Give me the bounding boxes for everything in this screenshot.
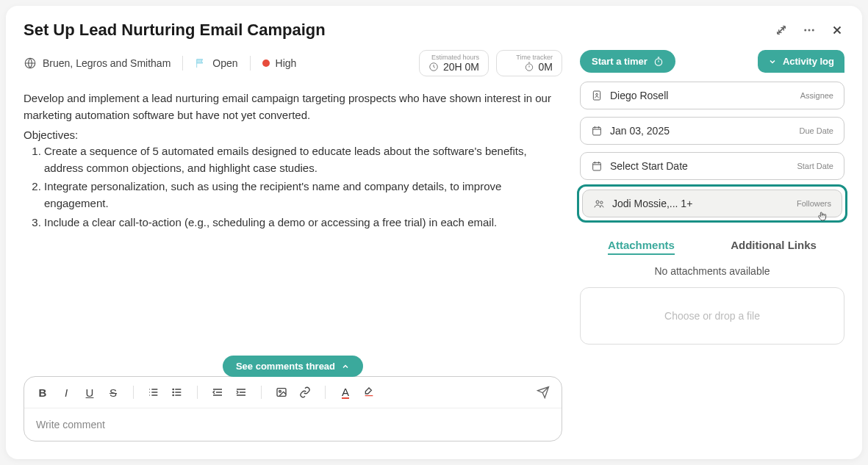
estimated-value: 20H 0M [443,61,479,73]
start-date-field[interactable]: Select Start Date Start Date [580,152,844,180]
svg-point-8 [173,394,173,395]
objectives-list: Create a sequence of 5 automated emails … [24,143,562,232]
unordered-list-button[interactable] [169,384,185,400]
due-date-field[interactable]: Jan 03, 2025 Due Date [580,117,844,145]
chevron-down-icon [768,57,777,66]
company-chip[interactable]: Bruen, Legros and Smitham [24,57,171,70]
meta-row: Bruen, Legros and Smitham Open High Esti… [24,50,562,76]
flag-icon [195,57,207,69]
no-attachments-text: No attachments available [580,265,844,277]
tab-attachments[interactable]: Attachments [608,239,675,255]
objective-item: Create a sequence of 5 automated emails … [44,143,562,177]
cursor-hand-icon [817,210,828,224]
svg-point-16 [596,201,599,203]
svg-point-7 [173,392,173,392]
expand-icon[interactable] [774,23,789,37]
calendar-icon [591,125,603,137]
priority-chip[interactable]: High [262,57,297,69]
svg-point-6 [173,389,173,389]
task-description: Develop and implement a lead nurturing e… [24,90,562,124]
assignee-field[interactable]: Diego Rosell Assignee [580,82,844,109]
due-date-label: Due Date [800,126,833,135]
link-button[interactable] [297,384,313,400]
assignee-label: Assignee [800,91,833,100]
activity-log-button[interactable]: Activity log [758,50,844,73]
status-chip[interactable]: Open [195,57,237,69]
header-actions [774,23,844,37]
priority-value: High [276,57,297,69]
stopwatch-icon [524,62,534,72]
close-icon[interactable] [830,23,844,37]
followers-value: Jodi Mossie,... 1+ [612,198,692,209]
underline-button[interactable]: U [82,384,98,400]
status-value: Open [212,57,237,69]
tracker-label: Time tracker [516,54,553,61]
estimated-hours-box[interactable]: Estimated hours 20H 0M [419,50,489,76]
company-name: Bruen, Legros and Smitham [43,57,171,69]
comment-input[interactable]: Write comment [24,408,562,441]
chevron-up-icon [341,362,350,371]
followers-highlight: Jodi Mossie,... 1+ Followers [577,184,847,223]
comments-section: See comments thread B I U S [24,356,562,441]
bold-button[interactable]: B [35,384,51,400]
indent-button[interactable] [233,384,249,400]
task-title: Set Up Lead Nurturing Email Campaign [24,21,326,40]
outdent-button[interactable] [209,384,226,400]
tracker-value: 0M [539,61,553,73]
priority-dot-icon [262,60,270,67]
highlight-button[interactable] [361,384,377,400]
start-date-label: Start Date [797,162,833,170]
svg-rect-14 [593,127,601,135]
svg-point-0 [804,29,806,32]
due-date-value: Jan 03, 2025 [610,125,670,137]
people-icon [593,198,605,209]
start-date-value: Select Start Date [610,160,688,172]
ordered-list-button[interactable] [146,384,162,400]
send-icon [537,386,550,399]
see-comments-button[interactable]: See comments thread [223,356,363,377]
svg-point-1 [808,29,811,32]
svg-point-2 [812,29,814,32]
estimated-label: Estimated hours [431,54,479,61]
svg-rect-15 [593,162,601,170]
italic-button[interactable]: I [58,384,74,400]
comment-toolbar: B I U S [24,377,562,408]
objective-item: Include a clear call-to-action (e.g., sc… [44,214,562,231]
tab-additional-links[interactable]: Additional Links [731,239,817,255]
timer-icon [653,57,664,67]
svg-point-17 [600,201,603,203]
person-icon [591,90,603,101]
more-icon[interactable] [802,23,817,37]
objective-item: Integrate personalization, such as using… [44,178,562,212]
svg-point-10 [279,390,281,392]
send-button[interactable] [535,384,551,400]
calendar-icon [591,160,603,172]
objectives-title: Objectives: [24,129,562,141]
file-dropzone[interactable]: Choose or drop a file [580,287,844,345]
svg-point-13 [596,93,598,95]
modal-header: Set Up Lead Nurturing Email Campaign [24,21,844,40]
attachment-tabs: Attachments Additional Links [580,239,844,255]
company-icon [24,57,37,70]
start-timer-button[interactable]: Start a timer [580,50,675,73]
task-modal: Set Up Lead Nurturing Email Campaign Bru… [6,6,862,459]
followers-label: Followers [797,199,831,208]
font-color-button[interactable]: A [337,384,354,400]
time-tracker-box[interactable]: Time tracker 0M [496,50,562,76]
clock-icon [428,62,439,72]
image-button[interactable] [273,384,290,400]
assignee-value: Diego Rosell [610,90,668,101]
followers-field[interactable]: Jodi Mossie,... 1+ Followers [582,190,842,217]
strike-button[interactable]: S [105,384,121,400]
